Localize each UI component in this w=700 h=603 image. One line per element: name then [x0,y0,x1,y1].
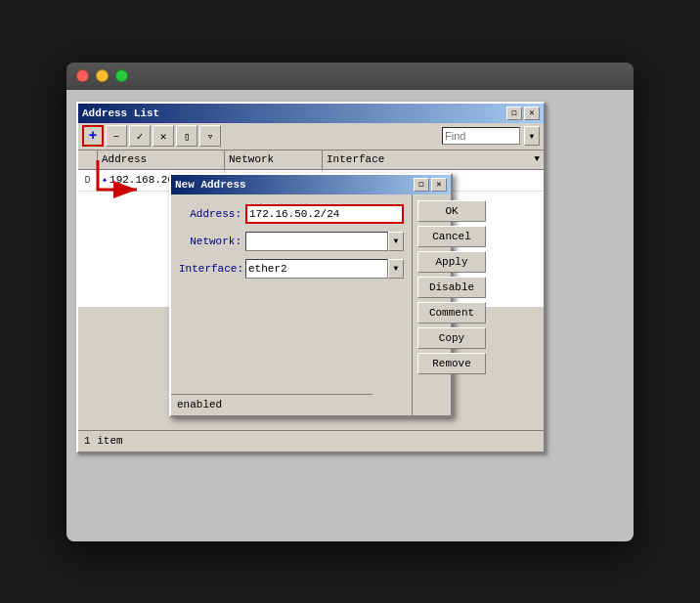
network-input[interactable] [245,232,388,251]
toolbar: + – ✓ ✕ ▯ ▿ ▼ [78,123,544,151]
address-row: Address: [179,204,404,224]
dialog-footer: enabled [171,394,372,415]
table-header: Address Network Interface ▼ [78,151,544,170]
check-button[interactable]: ✓ [129,125,151,147]
cancel-button[interactable]: Cancel [417,226,486,247]
copy-icon: ▯ [184,130,191,143]
network-select-wrapper: ▼ [245,232,404,251]
network-dropdown-arrow[interactable]: ▼ [388,232,404,251]
item-count: 1 item [84,435,123,447]
filter-button[interactable]: ▿ [199,125,221,147]
add-button[interactable]: + [82,125,104,147]
dialog-close-button[interactable]: ✕ [431,178,447,192]
copy-button[interactable]: Copy [417,327,486,349]
th-flag [78,151,98,169]
interface-select-wrapper: ▼ [245,259,404,279]
find-area [442,127,520,145]
remove-toolbar-button[interactable]: – [106,125,127,147]
maximize-button[interactable] [115,69,128,82]
th-address: Address [98,151,225,169]
copy-toolbar-button[interactable]: ▯ [176,125,197,147]
comment-button[interactable]: Comment [417,302,486,323]
status-bar: 1 item [78,430,544,452]
minus-icon: – [113,130,120,142]
network-label: Network: [179,236,241,247]
close-win-button[interactable]: ✕ [524,107,540,120]
address-list-titlebar: Address List ◻ ✕ [78,104,544,123]
window-controls: ◻ ✕ [506,107,540,120]
dialog-title: New Address [175,179,246,191]
address-list-title: Address List [82,108,159,119]
dialog-titlebar: New Address ◻ ✕ [171,175,451,194]
check-icon: ✓ [137,130,144,143]
x-icon: ✕ [160,130,167,143]
interface-row: Interface: ▼ [179,259,404,279]
mac-window: Address List ◻ ✕ + – ✓ ✕ [66,63,634,541]
cross-button[interactable]: ✕ [153,125,174,147]
apply-button[interactable]: Apply [417,251,486,273]
interface-input[interactable] [245,259,388,279]
td-flag: D [78,170,98,191]
find-input[interactable] [442,127,520,145]
mac-titlebar [66,63,634,90]
dialog-restore-button[interactable]: ◻ [414,178,429,192]
router-icon: ✦ [102,174,108,186]
filter-icon: ▿ [207,130,214,143]
dialog-form: Address: Network: ▼ Interface: [171,194,413,415]
close-button[interactable] [76,69,89,82]
th-network: Network [225,151,323,169]
new-address-dialog: New Address ◻ ✕ Address: Network: [169,173,453,417]
plus-icon: + [89,129,97,143]
dialog-buttons: OK Cancel Apply Disable Comment Copy Rem… [413,194,491,415]
column-dropdown-icon[interactable]: ▼ [535,154,540,164]
remove-button[interactable]: Remove [417,353,486,374]
interface-label: Interface: [179,263,241,275]
address-input[interactable] [245,204,404,224]
mac-content: Address List ◻ ✕ + – ✓ ✕ [66,90,634,541]
restore-button[interactable]: ◻ [506,107,522,120]
find-dropdown-arrow[interactable]: ▼ [524,126,540,146]
disable-button[interactable]: Disable [417,277,486,298]
address-label: Address: [179,208,241,220]
dialog-body: Address: Network: ▼ Interface: [171,194,451,415]
network-row: Network: ▼ [179,232,404,251]
minimize-button[interactable] [96,69,109,82]
th-interface: Interface ▼ [323,151,544,169]
interface-dropdown-arrow[interactable]: ▼ [388,259,404,279]
ok-button[interactable]: OK [417,200,486,222]
dialog-status: enabled [177,399,222,410]
dialog-controls: ◻ ✕ [414,178,447,192]
